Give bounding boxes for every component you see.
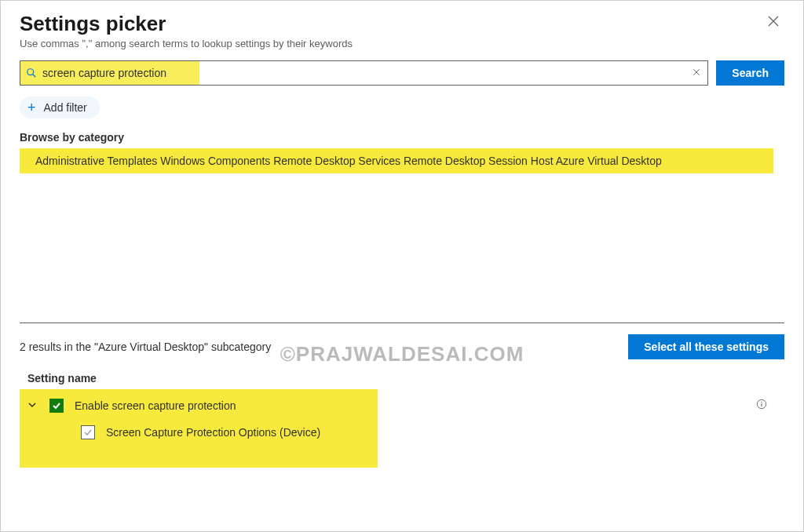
section-divider	[20, 322, 784, 323]
page-subtitle: Use commas "," among search terms to loo…	[20, 38, 353, 49]
column-header-setting-name: Setting name	[20, 372, 784, 384]
close-icon	[767, 15, 780, 27]
clear-icon	[692, 67, 701, 77]
svg-line-1	[33, 75, 36, 78]
setting-label: Enable screen capture protection	[75, 399, 745, 412]
chevron-down-icon	[27, 400, 37, 410]
clear-search-button[interactable]	[685, 67, 707, 79]
svg-point-0	[27, 69, 34, 75]
setting-checkbox[interactable]	[49, 399, 64, 413]
result-sub-row[interactable]: Screen Capture Protection Options (Devic…	[20, 419, 784, 446]
info-icon	[756, 399, 767, 410]
close-button[interactable]	[762, 12, 784, 33]
select-all-button[interactable]: Select all these settings	[628, 334, 784, 359]
category-breadcrumb[interactable]: Administrative Templates Windows Compone…	[20, 148, 773, 173]
setting-label: Screen Capture Protection Options (Devic…	[106, 426, 777, 439]
search-button[interactable]: Search	[716, 60, 784, 86]
setting-checkbox[interactable]	[81, 425, 95, 439]
add-filter-label: Add filter	[44, 101, 87, 114]
page-title: Settings picker	[20, 12, 353, 36]
svg-point-3	[761, 402, 762, 403]
checkmark-icon	[83, 428, 93, 437]
search-icon	[20, 67, 42, 78]
plus-icon: +	[27, 100, 36, 115]
browse-by-category-label: Browse by category	[20, 131, 784, 144]
result-row[interactable]: Enable screen capture protection	[20, 392, 784, 419]
expand-toggle[interactable]	[27, 399, 38, 413]
results-summary: 2 results in the "Azure Virtual Desktop"…	[20, 341, 271, 353]
info-button[interactable]	[756, 399, 777, 413]
add-filter-button[interactable]: + Add filter	[20, 97, 100, 118]
search-box[interactable]	[20, 60, 708, 86]
checkmark-icon	[52, 401, 61, 410]
search-input[interactable]	[42, 61, 685, 85]
